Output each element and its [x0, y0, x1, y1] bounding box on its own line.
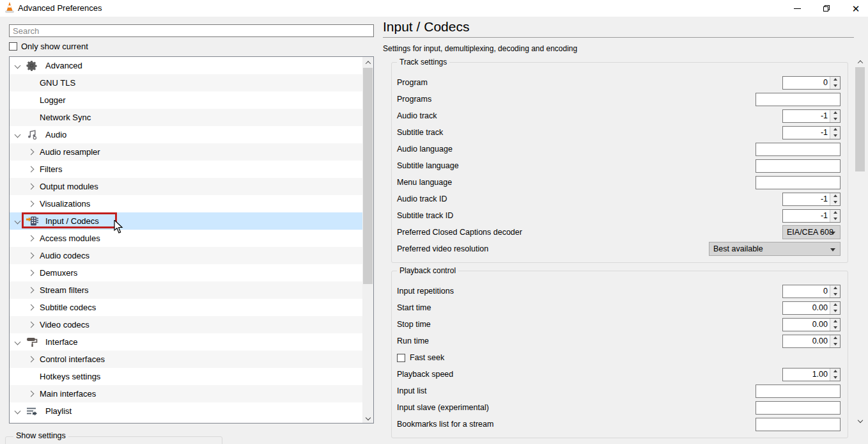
- tree-scrollbar-thumb[interactable]: [363, 68, 373, 284]
- tree-item-playlist[interactable]: Playlist: [10, 402, 362, 420]
- chevron-right-icon[interactable]: [28, 356, 35, 363]
- spin-up-icon[interactable]: [830, 369, 840, 375]
- spin-down-icon[interactable]: [830, 291, 840, 297]
- input-slave-experimental-input[interactable]: [756, 401, 841, 415]
- tree-item-demuxers[interactable]: Demuxers: [10, 264, 362, 281]
- tree-item-gnu-tls[interactable]: GNU TLS: [10, 74, 362, 91]
- spin-down-icon[interactable]: [830, 216, 840, 222]
- tree-item-label: Control interfaces: [40, 354, 105, 364]
- tree-item-audio[interactable]: Audio: [10, 126, 362, 143]
- subtitle-track-id-spinbox[interactable]: -1: [782, 209, 841, 223]
- chevron-right-icon[interactable]: [28, 166, 35, 173]
- spin-up-icon[interactable]: [830, 285, 840, 292]
- program-spinbox[interactable]: 0: [782, 76, 841, 90]
- search-input[interactable]: [9, 24, 374, 37]
- chevron-down-icon[interactable]: [15, 408, 21, 415]
- spin-up-icon[interactable]: [830, 335, 840, 342]
- spin-down-icon[interactable]: [830, 132, 840, 139]
- chevron-down-icon[interactable]: [15, 63, 21, 69]
- only-show-current-row[interactable]: Only show current: [9, 42, 88, 51]
- spin-down-icon[interactable]: [830, 374, 840, 381]
- chevron-right-icon[interactable]: [28, 305, 35, 311]
- tree-item-stream-filters[interactable]: Stream filters: [10, 281, 362, 299]
- menu-language-input[interactable]: [756, 176, 841, 189]
- spin-up-icon[interactable]: [830, 210, 840, 216]
- scroll-up-icon[interactable]: [362, 57, 373, 68]
- tree-item-access-modules[interactable]: Access modules: [10, 230, 362, 247]
- chevron-right-icon[interactable]: [28, 322, 35, 328]
- scroll-down-icon[interactable]: [362, 412, 373, 423]
- chevron-right-icon[interactable]: [28, 270, 35, 276]
- show-settings-groupbox: Show settings: [5, 436, 222, 444]
- chevron-right-icon[interactable]: [28, 253, 35, 259]
- spin-up-icon[interactable]: [830, 193, 840, 200]
- chevron-right-icon[interactable]: [28, 184, 35, 190]
- close-button[interactable]: ✕: [841, 0, 868, 17]
- audio-language-input[interactable]: [756, 143, 841, 156]
- spin-up-icon[interactable]: [830, 110, 840, 116]
- tree-item-main-interfaces[interactable]: Main interfaces: [10, 385, 362, 402]
- tree-item-control-interfaces[interactable]: Control interfaces: [10, 351, 362, 368]
- chevron-right-icon[interactable]: [28, 149, 35, 155]
- fast-seek-checkbox[interactable]: [397, 354, 405, 362]
- chevron-right-icon[interactable]: [28, 287, 35, 294]
- chevron-right-icon[interactable]: [28, 391, 35, 397]
- tree-item-output-modules[interactable]: Output modules: [10, 178, 362, 195]
- spin-down-icon[interactable]: [830, 199, 840, 205]
- audio-track-id-spinbox[interactable]: -1: [782, 193, 841, 206]
- spin-up-icon[interactable]: [830, 319, 840, 325]
- page-subtitle: Settings for input, demultiplexing, deco…: [383, 44, 577, 53]
- scroll-up-icon[interactable]: [855, 56, 865, 67]
- playback-speed-spinbox[interactable]: 1.00: [782, 368, 841, 381]
- run-time-spinbox[interactable]: 0.00: [782, 335, 841, 348]
- chevron-right-icon[interactable]: [28, 201, 35, 207]
- tree-item-video-codecs[interactable]: Video codecs: [10, 316, 362, 333]
- panel-scrollbar[interactable]: [855, 56, 865, 425]
- tree-item-interface[interactable]: Interface: [10, 333, 362, 351]
- audio-track-spinbox[interactable]: -1: [782, 109, 841, 123]
- chevron-down-icon[interactable]: [15, 339, 21, 345]
- checkbox-fast-seek[interactable]: Fast seek: [397, 353, 444, 362]
- preferred-closed-captions-decoder-dropdown[interactable]: EIA/CEA 608: [782, 225, 841, 239]
- chevron-down-icon[interactable]: [15, 132, 21, 138]
- spin-down-icon[interactable]: [830, 324, 840, 331]
- tree-item-audio-resampler[interactable]: Audio resampler: [10, 143, 362, 161]
- bookmarks-list-for-a-stream-input[interactable]: [756, 418, 841, 431]
- tree-item-subtitle-codecs[interactable]: Subtitle codecs: [10, 299, 362, 316]
- programs-input[interactable]: [756, 93, 841, 106]
- tree-item-logger[interactable]: Logger: [10, 91, 362, 109]
- chevron-down-icon[interactable]: [15, 218, 21, 225]
- start-time-spinbox[interactable]: 0.00: [782, 301, 841, 315]
- spin-down-icon[interactable]: [830, 116, 840, 122]
- tree-item-network-sync[interactable]: Network Sync: [10, 109, 362, 126]
- minimize-button[interactable]: [782, 0, 812, 17]
- stop-time-spinbox[interactable]: 0.00: [782, 318, 841, 331]
- preferred-video-resolution-dropdown[interactable]: Best available: [709, 242, 841, 256]
- preferences-tree: AdvancedGNU TLSLoggerNetwork SyncAudioAu…: [9, 56, 374, 424]
- spin-down-icon[interactable]: [830, 83, 840, 89]
- subtitle-language-input[interactable]: [756, 159, 841, 173]
- tree-item-advanced[interactable]: Advanced: [10, 57, 362, 74]
- input-repetitions-spinbox[interactable]: 0: [782, 285, 841, 298]
- audio-icon: [26, 129, 39, 141]
- tree-item-filters[interactable]: Filters: [10, 161, 362, 178]
- input-list-input[interactable]: [756, 385, 841, 398]
- spin-up-icon[interactable]: [830, 127, 840, 133]
- only-show-current-checkbox[interactable]: [9, 42, 17, 51]
- subtitle-track-spinbox[interactable]: -1: [782, 126, 841, 139]
- spin-up-icon[interactable]: [830, 302, 840, 308]
- spin-down-icon[interactable]: [830, 308, 840, 314]
- tree-item-hotkeys-settings[interactable]: Hotkeys settings: [10, 368, 362, 385]
- tree-scrollbar[interactable]: [362, 57, 373, 423]
- tree-item-visualizations[interactable]: Visualizations: [10, 195, 362, 212]
- chevron-right-icon[interactable]: [28, 235, 35, 242]
- panel-scrollbar-thumb[interactable]: [855, 67, 865, 171]
- spin-down-icon[interactable]: [830, 341, 840, 347]
- spinbox-value: 0.00: [812, 320, 828, 329]
- tree-item-audio-codecs[interactable]: Audio codecs: [10, 247, 362, 264]
- scroll-down-icon[interactable]: [855, 415, 865, 425]
- restore-button[interactable]: [812, 0, 841, 17]
- spin-up-icon[interactable]: [830, 77, 840, 83]
- title-divider: [383, 37, 854, 38]
- tree-item-input-codecs[interactable]: Input / Codecs: [10, 212, 362, 230]
